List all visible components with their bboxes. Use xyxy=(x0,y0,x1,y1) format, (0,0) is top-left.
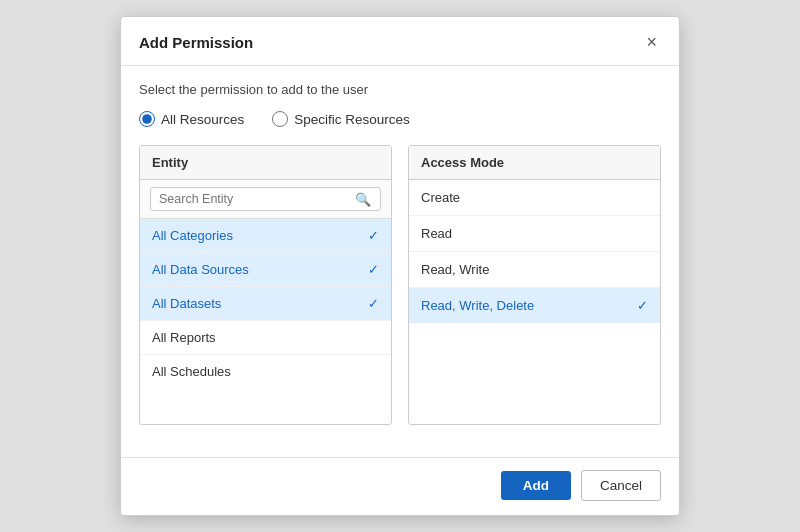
access-panel: Access Mode CreateReadRead, WriteRead, W… xyxy=(408,145,661,425)
entity-panel-header: Entity xyxy=(140,146,391,180)
access-list-item[interactable]: Read xyxy=(409,216,660,252)
access-list-item[interactable]: Read, Write xyxy=(409,252,660,288)
add-button[interactable]: Add xyxy=(501,471,571,500)
entity-list-item[interactable]: All Schedules xyxy=(140,355,391,388)
entity-list-item[interactable]: All Categories✓ xyxy=(140,219,391,253)
search-input[interactable] xyxy=(150,187,381,211)
check-icon: ✓ xyxy=(368,296,379,311)
specific-resources-label: Specific Resources xyxy=(294,112,410,127)
dialog-footer: Add Cancel xyxy=(121,457,679,515)
dialog-body: Select the permission to add to the user… xyxy=(121,66,679,457)
entity-list-item[interactable]: All Data Sources✓ xyxy=(140,253,391,287)
access-item-label: Create xyxy=(421,190,460,205)
all-resources-label: All Resources xyxy=(161,112,244,127)
panels-container: Entity 🔍 All Categories✓All Data Sources… xyxy=(139,145,661,425)
entity-panel: Entity 🔍 All Categories✓All Data Sources… xyxy=(139,145,392,425)
dialog-header: Add Permission × xyxy=(121,17,679,66)
entity-item-label: All Categories xyxy=(152,228,233,243)
access-item-label: Read, Write xyxy=(421,262,489,277)
entity-list-item[interactable]: All Datasets✓ xyxy=(140,287,391,321)
access-item-label: Read, Write, Delete xyxy=(421,298,534,313)
entity-list-item[interactable]: All Reports xyxy=(140,321,391,355)
close-button[interactable]: × xyxy=(642,31,661,53)
cancel-button[interactable]: Cancel xyxy=(581,470,661,501)
search-container: 🔍 xyxy=(140,180,391,219)
entity-item-label: All Data Sources xyxy=(152,262,249,277)
specific-resources-radio[interactable] xyxy=(272,111,288,127)
check-icon: ✓ xyxy=(368,228,379,243)
check-icon: ✓ xyxy=(637,298,648,313)
dialog-subtitle: Select the permission to add to the user xyxy=(139,82,661,97)
entity-item-label: All Reports xyxy=(152,330,216,345)
entity-item-label: All Schedules xyxy=(152,364,231,379)
dialog-title: Add Permission xyxy=(139,34,253,51)
specific-resources-option[interactable]: Specific Resources xyxy=(272,111,410,127)
all-resources-option[interactable]: All Resources xyxy=(139,111,244,127)
entity-item-label: All Datasets xyxy=(152,296,221,311)
access-item-label: Read xyxy=(421,226,452,241)
check-icon: ✓ xyxy=(368,262,379,277)
access-list: CreateReadRead, WriteRead, Write, Delete… xyxy=(409,180,660,323)
add-permission-dialog: Add Permission × Select the permission t… xyxy=(120,16,680,516)
all-resources-radio[interactable] xyxy=(139,111,155,127)
access-list-item[interactable]: Create xyxy=(409,180,660,216)
resource-type-radio-group: All Resources Specific Resources xyxy=(139,111,661,127)
access-list-item[interactable]: Read, Write, Delete✓ xyxy=(409,288,660,323)
entity-list: All Categories✓All Data Sources✓All Data… xyxy=(140,219,391,388)
access-panel-header: Access Mode xyxy=(409,146,660,180)
